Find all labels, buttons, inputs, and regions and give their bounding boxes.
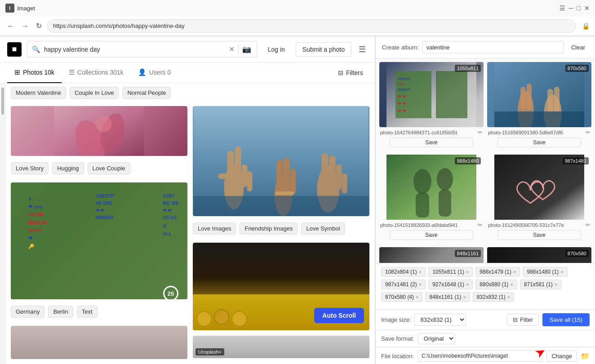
photo-item-5[interactable]: 848x1161: [379, 247, 484, 263]
location-input[interactable]: [417, 350, 543, 362]
svg-point-40: [413, 169, 431, 194]
svg-text:❤ ❤: ❤ ❤: [398, 94, 406, 99]
save-all-button[interactable]: Save all (15): [542, 313, 590, 326]
tag-love-symbol[interactable]: Love Symbol: [301, 222, 345, 235]
search-input[interactable]: [44, 46, 224, 53]
image-pink-hands: [11, 106, 187, 156]
filter-tag-6[interactable]: 880x880 (1) ×: [475, 280, 517, 289]
photo-img-4: 987x1481 photo-1612490566705-531c7e77e ✏…: [487, 155, 591, 244]
maximize-icon[interactable]: □: [577, 4, 581, 12]
tag-germany[interactable]: Germany: [11, 306, 44, 318]
change-location-button[interactable]: Change: [546, 351, 577, 362]
tag-normal-people[interactable]: Normal People: [122, 87, 171, 99]
tag-love-story[interactable]: Love Story: [11, 162, 49, 174]
filter-tag-1[interactable]: 1055x811 (1) ×: [428, 267, 473, 277]
submit-photo-button[interactable]: Submit a photo: [296, 42, 351, 57]
filter-tag-4[interactable]: 987x1481 (2) ×: [381, 280, 426, 289]
edit-icon-1[interactable]: ✏: [478, 129, 483, 136]
svg-rect-10: [218, 173, 230, 179]
hamburger-menu-button[interactable]: ☰: [357, 43, 368, 56]
photo-dim-badge-1: 1055x811: [455, 65, 481, 72]
photo-item-2[interactable]: 870x580 photo-1516589091380-5d8e87df6 ✏ …: [487, 62, 591, 151]
forward-button[interactable]: →: [20, 20, 31, 32]
scroll-thumb[interactable]: [1, 88, 4, 115]
album-input[interactable]: [422, 41, 564, 53]
scrollbar[interactable]: [0, 83, 5, 364]
edit-icon-2[interactable]: ✏: [586, 129, 591, 136]
filter-tag-3[interactable]: 988x1480 (1) ×: [523, 267, 567, 277]
svg-rect-8: [242, 164, 248, 187]
tag-modern-valentine[interactable]: Modern Valentine: [11, 87, 66, 99]
filter-tag-0[interactable]: 1082x804 (1) ×: [381, 267, 426, 277]
collections-tab-label: Collections 301k: [77, 69, 124, 76]
tag-love-couple[interactable]: Love Couple: [88, 162, 130, 174]
photo-row-1: ONESTP 3YBY ONESTP ❤ ❤ ❤ ❤ ❤ ❤ 1055x811 …: [379, 62, 591, 151]
filters-icon: ⊟: [338, 69, 343, 76]
filter-tag-8[interactable]: 870x580 (4) ×: [381, 292, 422, 302]
save-button-2[interactable]: Save: [497, 138, 581, 147]
url-bar[interactable]: [47, 19, 576, 33]
image-card-hands-peace[interactable]: [193, 106, 369, 216]
filter-tag-9[interactable]: 848x1161 (1) ×: [425, 292, 470, 302]
open-folder-button[interactable]: 📁: [581, 352, 590, 360]
svg-rect-15: [275, 191, 294, 195]
svg-text:ONESTP: ONESTP: [398, 77, 411, 80]
photo-item-4[interactable]: 987x1481 photo-1612490566705-531c7e77e ✏…: [487, 155, 591, 244]
tag-berlin[interactable]: Berlin: [48, 306, 73, 318]
users-tab-icon: 👤: [138, 68, 147, 76]
tags-row-1: Modern Valentine Couple In Love Normal P…: [5, 83, 375, 101]
svg-text:ONESTP: ONESTP: [398, 88, 411, 91]
format-select[interactable]: Original JPEG PNG WebP: [418, 333, 455, 344]
auto-scroll-button[interactable]: Auto Scroll: [314, 308, 364, 323]
location-bar: File location: Change 📁: [376, 347, 595, 364]
filter-tag-5[interactable]: 927x1648 (1) ×: [428, 280, 473, 289]
login-button[interactable]: Log in: [262, 43, 290, 56]
minimize-icon[interactable]: ─: [569, 4, 573, 12]
tag-hugging[interactable]: Hugging: [52, 162, 84, 174]
edit-icon-3[interactable]: ✏: [478, 222, 483, 228]
filter-label: Filter: [520, 316, 533, 323]
edit-icon-4[interactable]: ✏: [586, 222, 591, 228]
app-title-text: Imaget: [17, 5, 35, 12]
save-button-3[interactable]: Save: [390, 230, 473, 240]
search-icon: 🔍: [32, 45, 40, 53]
left-column: Love Story Hugging Love Couple 4.: [11, 106, 187, 359]
tags-row-3: Love Images Friendship Images Love Symbo…: [193, 222, 369, 237]
tab-collections[interactable]: ☰ Collections 301k: [62, 62, 131, 83]
filter-tag-10[interactable]: 832x832 (1) ×: [473, 292, 514, 302]
photo-item-6[interactable]: 870x580: [487, 247, 591, 263]
image-card-pink-hands[interactable]: [11, 106, 187, 156]
menu-icon[interactable]: ☰: [559, 4, 565, 12]
tab-users[interactable]: 👤 Users 0: [131, 62, 178, 83]
photo-item-3[interactable]: 988x1480 photo-1541518926503-a6fdabd941 …: [379, 155, 484, 244]
tag-text[interactable]: Text: [77, 306, 98, 318]
photo-item-1[interactable]: ONESTP 3YBY ONESTP ❤ ❤ ❤ ❤ ❤ ❤ 1055x811 …: [379, 62, 484, 151]
filter-tag-7[interactable]: 871x581 (1) ×: [520, 280, 561, 289]
camera-search-button[interactable]: 📷: [241, 44, 252, 54]
filter-tag-2[interactable]: 988x1479 (1) ×: [475, 267, 520, 277]
tag-couple-in-love[interactable]: Couple In Love: [70, 87, 119, 99]
search-controls: ✕ 📷: [228, 44, 252, 54]
svg-rect-24: [436, 71, 467, 118]
filters-button[interactable]: ⊟ Filters: [333, 67, 368, 79]
photo-row-3: 848x1161 870x580: [379, 247, 591, 263]
tag-friendship-images[interactable]: Friendship Images: [240, 222, 298, 235]
save-button-1[interactable]: Save: [390, 138, 473, 147]
close-icon[interactable]: ✕: [584, 4, 590, 12]
tab-photos[interactable]: ⊞ Photos 10k: [7, 62, 62, 83]
location-label: File location:: [381, 353, 414, 360]
svg-rect-43: [439, 190, 451, 217]
image-size-select[interactable]: 832x832 (1) 1055x811 (1) 870x580 (4): [414, 314, 466, 326]
photo-dim-badge-3: 988x1480: [455, 157, 481, 164]
photo-dim-badge-4: 987x1481: [563, 157, 589, 164]
clear-album-button[interactable]: Clear: [568, 42, 589, 53]
image-card-chocolate[interactable]: Auto Scroll: [193, 243, 369, 330]
image-card-bottom-left[interactable]: [11, 326, 187, 359]
clear-search-button[interactable]: ✕: [228, 44, 235, 54]
filter-button[interactable]: ⊟ Filter: [507, 314, 539, 326]
image-card-berlin[interactable]: 4. ❤ you FROM BERLIN WITH ❤ 🔑 ONESTP: [11, 182, 187, 299]
back-button[interactable]: ←: [5, 20, 16, 32]
save-button-4[interactable]: Save: [497, 230, 581, 240]
tag-love-images[interactable]: Love Images: [193, 222, 236, 235]
refresh-button[interactable]: ↻: [34, 20, 44, 32]
